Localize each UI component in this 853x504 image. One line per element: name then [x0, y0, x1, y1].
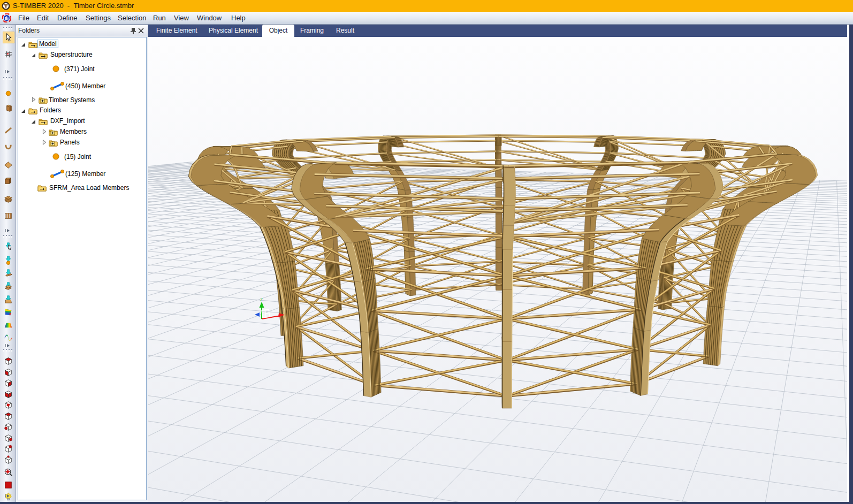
- svg-text:Z: Z: [260, 297, 263, 302]
